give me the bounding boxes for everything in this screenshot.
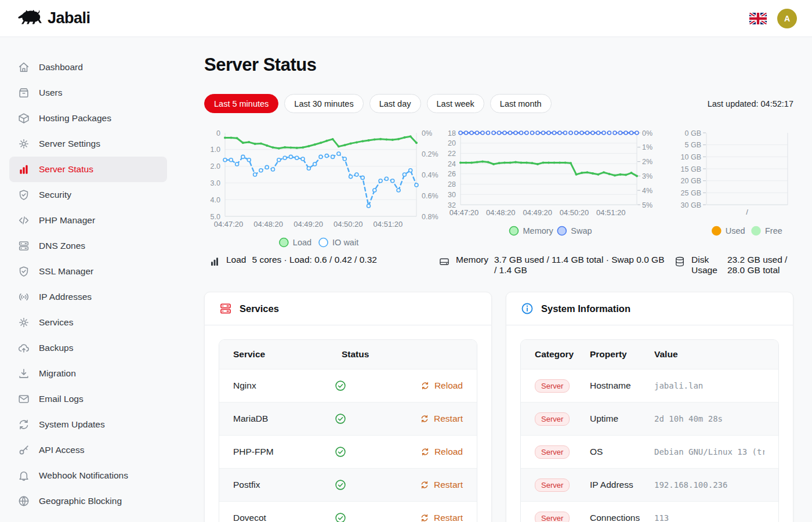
svg-text:Free: Free	[765, 226, 782, 235]
service-restart-button[interactable]: Restart	[420, 414, 463, 424]
sidebar-item-ip-addresses[interactable]: IP Addresses	[9, 284, 167, 310]
svg-text:4.0: 4.0	[211, 196, 220, 204]
svg-text:04:47:20: 04:47:20	[214, 220, 244, 229]
sidebar-item-label: Backups	[39, 343, 73, 353]
sidebar-item-backups[interactable]: Backups	[9, 335, 167, 361]
system-information-card: System Information CategoryPropertyValue…	[506, 292, 793, 522]
sidebar-item-ssl-manager[interactable]: SSL Manager	[9, 259, 167, 284]
svg-text:20: 20	[448, 139, 456, 147]
sidebar-item-geographic-blocking[interactable]: Geographic Blocking	[9, 488, 167, 514]
range-button-last-day[interactable]: Last day	[369, 94, 421, 113]
service-status-running	[334, 379, 420, 392]
range-button-last-week[interactable]: Last week	[427, 94, 484, 113]
refresh-icon	[420, 513, 429, 522]
mail-icon	[17, 393, 30, 405]
sidebar-item-api-access[interactable]: API Access	[9, 437, 167, 463]
sidebar-item-dashboard[interactable]: Dashboard	[9, 55, 167, 80]
property-value: 192.168.100.236	[654, 480, 764, 490]
sidebar-item-server-status[interactable]: Server Status	[9, 157, 167, 182]
top-navbar: Jabali A	[0, 0, 812, 37]
service-name: Nginx	[233, 380, 334, 391]
services-col-header: Status	[342, 349, 434, 360]
sidebar: DashboardUsersHosting PackagesServer Set…	[0, 37, 176, 522]
svg-text:15 GB: 15 GB	[681, 165, 701, 173]
svg-text:30 GB: 30 GB	[681, 201, 701, 209]
package-icon	[17, 112, 30, 125]
svg-text:Used: Used	[726, 226, 745, 235]
user-avatar[interactable]: A	[777, 9, 797, 28]
sidebar-item-services[interactable]: Services	[9, 310, 167, 335]
svg-text:3%: 3%	[642, 172, 652, 180]
svg-text:1.0: 1.0	[211, 146, 220, 154]
bell-icon	[17, 469, 30, 482]
service-row-nginx: NginxReload	[219, 369, 477, 402]
action-label: Reload	[434, 447, 463, 457]
svg-text:0.8%: 0.8%	[422, 213, 438, 221]
system-information-table: CategoryPropertyValueServerHostnamejabal…	[520, 339, 779, 522]
sidebar-item-security[interactable]: Security	[9, 182, 167, 208]
sysinfo-col-header: Value	[654, 349, 764, 360]
page-title: Server Status	[204, 55, 793, 75]
sidebar-item-hosting-packages[interactable]: Hosting Packages	[9, 106, 167, 131]
sidebar-item-label: Users	[39, 88, 62, 98]
sidebar-item-users[interactable]: Users	[9, 80, 167, 106]
summary-load: Load5 cores · Load: 0.6 / 0.42 / 0.32	[204, 255, 438, 276]
disk-chart: 0 GB5 GB10 GB15 GB20 GB25 GB30 GB/UsedFr…	[674, 125, 793, 253]
sidebar-item-webhook-notifications[interactable]: Webhook Notifications	[9, 463, 167, 488]
range-button-last-30-minutes[interactable]: Last 30 minutes	[284, 94, 363, 113]
svg-text:04:48:20: 04:48:20	[486, 208, 516, 217]
range-button-last-month[interactable]: Last month	[490, 94, 552, 113]
memory-chart: 18202224262830320%1%2%3%4%5%04:47:2004:4…	[438, 125, 674, 253]
svg-text:IO wait: IO wait	[332, 238, 358, 247]
service-name: PHP-FPM	[233, 447, 334, 457]
service-name: MariaDB	[233, 414, 334, 424]
svg-text:25 GB: 25 GB	[681, 189, 701, 197]
sidebar-item-migration[interactable]: Migration	[9, 361, 167, 386]
cloud-up-icon	[17, 342, 30, 354]
property-name: IP Address	[590, 480, 654, 490]
svg-text:5%: 5%	[642, 201, 652, 209]
category-badge: Server	[535, 512, 570, 522]
sidebar-item-email-logs[interactable]: Email Logs	[9, 386, 167, 412]
refresh-icon	[17, 418, 30, 431]
service-restart-button[interactable]: Restart	[420, 480, 463, 490]
service-restart-button[interactable]: Restart	[420, 513, 463, 522]
action-label: Restart	[434, 414, 463, 424]
svg-text:2.0: 2.0	[211, 162, 220, 171]
sidebar-item-label: PHP Manager	[39, 215, 95, 226]
info-circle-icon	[520, 302, 534, 316]
summary-label: Memory	[456, 255, 488, 265]
brand-link[interactable]: Jabali	[15, 7, 90, 30]
globe-icon	[17, 495, 30, 507]
svg-text:04:49:20: 04:49:20	[293, 220, 323, 229]
svg-text:10 GB: 10 GB	[681, 153, 701, 161]
sidebar-item-server-settings[interactable]: Server Settings	[9, 131, 167, 157]
summary-value: 23.2 GB used / 28.0 GB total	[727, 255, 792, 276]
sysinfo-row-connections: ServerConnections113	[521, 501, 778, 522]
service-reload-button[interactable]: Reload	[420, 380, 463, 391]
load-chart: 01.02.03.04.05.00%0.2%0.4%0.6%0.8%04:47:…	[204, 125, 438, 253]
home-icon	[17, 61, 30, 74]
key-icon	[17, 444, 30, 456]
svg-text:0.4%: 0.4%	[422, 171, 438, 179]
services-col-header: Service	[233, 349, 342, 360]
range-button-last-5-minutes[interactable]: Last 5 minutes	[204, 94, 278, 113]
sidebar-item-label: Services	[39, 317, 73, 328]
sidebar-item-php-manager[interactable]: PHP Manager	[9, 208, 167, 233]
svg-text:04:50:20: 04:50:20	[560, 208, 589, 217]
sidebar-item-dns-zones[interactable]: DNS Zones	[9, 233, 167, 259]
svg-text:24: 24	[448, 160, 456, 168]
svg-text:0.2%: 0.2%	[422, 150, 438, 158]
sidebar-item-label: Server Settings	[39, 139, 100, 149]
property-value: 2d 10h 40m 28s	[654, 414, 764, 423]
services-card-title: Services	[240, 303, 279, 314]
services-card: Services ServiceStatusNginxReloadMariaDB…	[204, 292, 492, 522]
service-row-dovecot: DovecotRestart	[219, 501, 477, 522]
sysinfo-row-os: ServerOSDebian GNU/Linux 13 (trixie)	[521, 435, 778, 468]
service-reload-button[interactable]: Reload	[420, 447, 463, 457]
action-label: Restart	[434, 480, 463, 490]
services-table: ServiceStatusNginxReloadMariaDBRestartPH…	[219, 339, 477, 522]
language-flag-uk-icon[interactable]	[749, 13, 767, 24]
sidebar-item-label: Email Logs	[39, 394, 84, 404]
sidebar-item-system-updates[interactable]: System Updates	[9, 412, 167, 437]
